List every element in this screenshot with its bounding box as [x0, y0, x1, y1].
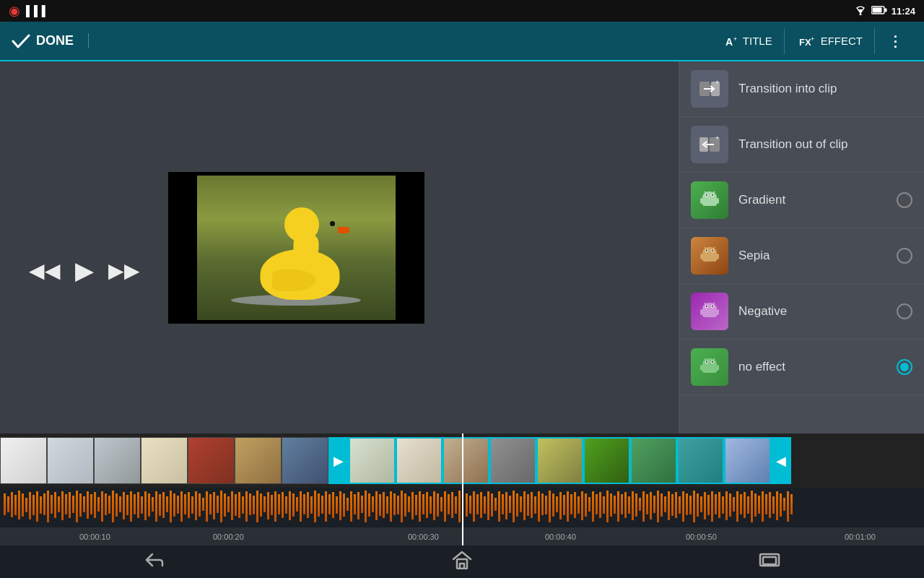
svg-rect-2 — [884, 8, 886, 12]
svg-rect-224 — [617, 491, 619, 522]
film-thumb[interactable] — [188, 437, 235, 484]
svg-rect-237 — [664, 496, 666, 512]
selected-thumb[interactable] — [396, 437, 443, 484]
svg-rect-153 — [357, 492, 359, 519]
svg-rect-247 — [700, 496, 702, 512]
svg-text:FX: FX — [799, 37, 811, 48]
selected-thumb[interactable] — [630, 437, 677, 484]
play-button[interactable]: ▶ — [75, 256, 94, 285]
rewind-button[interactable]: ◀◀ — [29, 259, 61, 282]
svg-rect-220 — [603, 496, 605, 514]
svg-rect-189 — [491, 493, 493, 517]
no-effect-label: no effect — [738, 360, 886, 374]
film-thumb[interactable] — [282, 437, 328, 484]
svg-rect-274 — [460, 564, 464, 569]
svg-rect-194 — [509, 496, 511, 513]
film-thumb[interactable] — [94, 437, 141, 484]
gradient-label: Gradient — [738, 193, 886, 207]
svg-rect-3 — [872, 7, 881, 12]
recents-button[interactable] — [759, 551, 780, 573]
timeline-prev-arrow[interactable]: ▶ — [328, 437, 349, 484]
svg-rect-195 — [513, 491, 515, 522]
done-button[interactable]: DONE — [12, 33, 89, 48]
svg-rect-271 — [787, 491, 789, 522]
svg-rect-129 — [271, 495, 273, 515]
no-effect-radio[interactable] — [897, 359, 912, 375]
transition-out-item[interactable]: + Transition out of clip — [679, 117, 924, 173]
film-thumb[interactable] — [47, 437, 94, 484]
back-button[interactable] — [144, 551, 165, 573]
svg-rect-114 — [217, 496, 219, 513]
more-button[interactable]: ⋮ — [878, 27, 912, 56]
transition-in-item[interactable]: + Transition into clip — [679, 61, 924, 117]
svg-rect-43 — [716, 309, 719, 315]
svg-rect-15 — [702, 197, 717, 206]
svg-rect-209 — [563, 495, 565, 515]
svg-rect-107 — [191, 496, 193, 514]
film-thumb[interactable] — [141, 437, 188, 484]
svg-rect-217 — [592, 491, 594, 522]
gradient-item[interactable]: Gradient — [679, 173, 924, 228]
selected-thumb[interactable] — [724, 437, 771, 484]
svg-rect-226 — [624, 492, 627, 518]
timeline-next-arrow[interactable]: ◀ — [771, 437, 791, 484]
sepia-radio[interactable] — [897, 248, 912, 264]
status-right: 11:24 — [854, 5, 915, 17]
home-button[interactable] — [452, 551, 472, 574]
no-effect-item[interactable]: no effect — [679, 340, 924, 395]
svg-rect-187 — [484, 496, 486, 514]
svg-rect-139 — [307, 492, 309, 518]
selected-thumb[interactable] — [489, 437, 536, 484]
svg-rect-80 — [94, 492, 96, 518]
svg-rect-128 — [267, 492, 269, 519]
film-thumb[interactable] — [0, 437, 47, 484]
svg-rect-100 — [166, 496, 168, 512]
svg-rect-230 — [639, 498, 641, 511]
effect-button[interactable]: FX + EFFECT — [788, 28, 875, 54]
svg-rect-103 — [177, 496, 179, 514]
film-thumb[interactable] — [235, 437, 282, 484]
svg-rect-263 — [758, 496, 760, 514]
toolbar-right: A + TITLE FX + EFFECT ⋮ — [712, 27, 912, 56]
selected-thumb[interactable] — [677, 437, 724, 484]
selected-thumb[interactable] — [349, 437, 396, 484]
svg-rect-81 — [97, 497, 100, 512]
svg-rect-201 — [534, 496, 536, 514]
svg-rect-147 — [336, 496, 338, 514]
toolbar: DONE A + TITLE FX + EFFECT ⋮ — [0, 22, 924, 61]
svg-rect-225 — [621, 494, 623, 514]
svg-rect-65 — [40, 496, 42, 514]
svg-rect-254 — [725, 491, 728, 520]
svg-rect-144 — [325, 491, 327, 522]
gradient-radio[interactable] — [897, 192, 912, 208]
svg-rect-210 — [567, 491, 569, 522]
selected-thumb[interactable] — [536, 437, 583, 484]
svg-rect-136 — [296, 497, 298, 512]
svg-rect-227 — [628, 496, 630, 514]
selected-thumb[interactable] — [443, 437, 489, 484]
svg-rect-116 — [224, 493, 226, 517]
negative-radio[interactable] — [897, 303, 912, 319]
svg-rect-183 — [469, 496, 471, 514]
svg-rect-137 — [300, 491, 302, 522]
svg-rect-256 — [733, 497, 735, 512]
timeline-area: ▶ ◀ — [0, 434, 924, 545]
transition-out-icon: + — [691, 126, 728, 163]
svg-rect-250 — [711, 491, 713, 522]
svg-rect-138 — [303, 494, 305, 514]
svg-rect-87 — [119, 496, 121, 512]
svg-rect-213 — [578, 496, 580, 514]
title-button[interactable]: A + TITLE — [712, 28, 785, 54]
selected-thumb[interactable] — [583, 437, 630, 484]
svg-rect-259 — [744, 492, 746, 518]
playback-controls: ◀◀ ▶ ▶▶ — [29, 256, 140, 285]
svg-rect-155 — [365, 491, 367, 522]
fast-forward-button[interactable]: ▶▶ — [108, 259, 140, 282]
svg-rect-200 — [531, 492, 533, 518]
svg-rect-260 — [747, 496, 749, 514]
sepia-item[interactable]: Sepia — [679, 228, 924, 284]
negative-item[interactable]: Negative — [679, 284, 924, 340]
svg-rect-82 — [101, 491, 103, 522]
svg-rect-211 — [570, 494, 572, 514]
svg-rect-126 — [260, 493, 262, 517]
